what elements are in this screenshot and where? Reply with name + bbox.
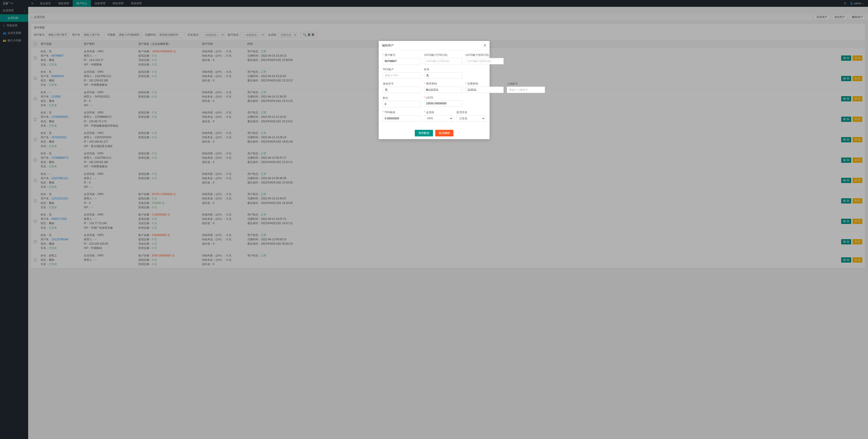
- modal-trx-label: TRX账户: [383, 67, 421, 71]
- modal-usdt-erc20-input[interactable]: [465, 58, 504, 64]
- modal-tradepwd-input[interactable]: [465, 87, 504, 93]
- modal-ustd-input[interactable]: [424, 100, 462, 107]
- modal-name-label: 姓名: [424, 67, 462, 71]
- modal-ustd-label: USTD: [424, 96, 462, 99]
- modal-realname-select[interactable]: 已实名: [456, 115, 486, 122]
- modal-usdt-trc20-input[interactable]: [424, 58, 462, 64]
- modal-trxwallet-input[interactable]: [383, 115, 421, 122]
- modal-loginpwd-input[interactable]: [424, 87, 462, 93]
- cancel-button[interactable]: 取消编辑: [435, 130, 454, 137]
- modal-idcard-input[interactable]: [383, 87, 421, 93]
- modal-idcard-label: 身份证号: [383, 82, 421, 86]
- modal-group-label: 会员组: [424, 111, 453, 114]
- modal-usdt-trc20-label: USTD账户(TRC20): [424, 53, 462, 57]
- modal-points-label: 积分: [383, 96, 421, 100]
- modal-account-label: 用户账号: [383, 53, 421, 57]
- modal-points-input[interactable]: [383, 101, 421, 107]
- modal-trxwallet-label: TRX钱包: [383, 111, 421, 114]
- modal-usdt-erc20-label: USTD账户(ERC20): [465, 53, 504, 57]
- modal-loginpwd-label: 登录密码: [424, 82, 462, 86]
- modal-parent-label: 上级账号: [507, 82, 545, 86]
- modal-tradepwd-label: 交易密码: [465, 82, 504, 86]
- save-button[interactable]: 保存数据: [415, 130, 433, 137]
- modal-title: 编辑用户: [382, 43, 394, 48]
- modal-realname-label: 是否实名: [456, 111, 486, 114]
- close-icon[interactable]: ✕: [484, 43, 486, 48]
- edit-user-modal: 编辑用户 ✕ 用户账号 USTD账户(TRC20) USTD账户(ERC20): [379, 41, 490, 139]
- modal-account-input[interactable]: [383, 58, 421, 64]
- modal-group-select[interactable]: VIP0: [424, 115, 453, 122]
- modal-name-input[interactable]: [424, 72, 462, 79]
- modal-parent-input[interactable]: [507, 87, 545, 93]
- modal-trx-input[interactable]: [383, 72, 421, 79]
